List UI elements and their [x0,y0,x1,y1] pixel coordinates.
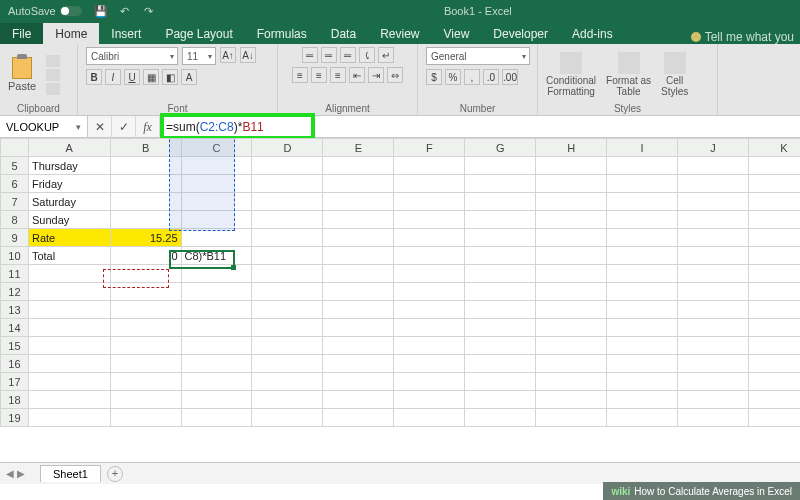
increase-decimal-icon[interactable]: .0 [483,69,499,85]
align-middle-icon[interactable]: ═ [321,47,337,63]
cell[interactable] [110,211,181,229]
cell[interactable] [677,301,748,319]
cell[interactable] [394,157,465,175]
align-bottom-icon[interactable]: ═ [340,47,356,63]
percent-icon[interactable]: % [445,69,461,85]
cell[interactable] [536,265,607,283]
sheet-nav-buttons[interactable]: ◀ ▶ [6,468,25,479]
cut-icon[interactable] [46,55,60,67]
row-header[interactable]: 9 [1,229,29,247]
select-all-corner[interactable] [1,139,29,157]
cell[interactable] [465,283,536,301]
cell[interactable] [181,157,252,175]
cell[interactable]: Rate [28,229,110,247]
cell[interactable] [607,373,678,391]
cell[interactable] [465,229,536,247]
cell[interactable] [748,301,800,319]
tell-me[interactable]: Tell me what you [691,30,800,44]
cell[interactable] [465,175,536,193]
cell[interactable] [110,283,181,301]
cell[interactable] [28,265,110,283]
cell[interactable] [181,391,252,409]
cell[interactable] [607,211,678,229]
cell[interactable] [536,229,607,247]
cell[interactable] [748,193,800,211]
col-header[interactable]: A [28,139,110,157]
increase-font-icon[interactable]: A↑ [220,47,236,63]
save-icon[interactable]: 💾 [94,5,108,18]
cell[interactable] [110,391,181,409]
cell[interactable] [394,409,465,427]
cell[interactable] [323,229,394,247]
cell[interactable] [536,193,607,211]
row-header[interactable]: 11 [1,265,29,283]
cell[interactable] [748,229,800,247]
cell[interactable] [465,157,536,175]
cell[interactable] [181,193,252,211]
cell[interactable] [181,319,252,337]
bold-button[interactable]: B [86,69,102,85]
cell[interactable] [536,175,607,193]
cell[interactable] [181,355,252,373]
cell[interactable] [110,319,181,337]
cell[interactable] [323,319,394,337]
cell[interactable] [465,391,536,409]
cell[interactable] [252,337,323,355]
fill-color-button[interactable]: ◧ [162,69,178,85]
currency-icon[interactable]: $ [426,69,442,85]
cell[interactable]: Friday [28,175,110,193]
cell[interactable] [677,193,748,211]
underline-button[interactable]: U [124,69,140,85]
cell[interactable] [181,283,252,301]
tab-insert[interactable]: Insert [99,23,153,44]
cell[interactable]: 15.25 [110,229,181,247]
cell[interactable] [607,193,678,211]
cell[interactable] [252,247,323,265]
fx-icon[interactable]: fx [136,116,160,138]
font-size-select[interactable]: 11 [182,47,216,65]
number-format-select[interactable]: General [426,47,530,65]
cell[interactable] [394,211,465,229]
cell[interactable] [394,373,465,391]
cell[interactable] [536,409,607,427]
format-painter-icon[interactable] [46,83,60,95]
col-header[interactable]: K [748,139,800,157]
align-center-icon[interactable]: ≡ [311,67,327,83]
tab-view[interactable]: View [432,23,482,44]
chevron-down-icon[interactable]: ▾ [76,122,81,132]
cell[interactable]: C8)*B11 [181,247,252,265]
cell[interactable]: Total [28,247,110,265]
cell[interactable] [607,265,678,283]
cell[interactable] [607,247,678,265]
row-header[interactable]: 5 [1,157,29,175]
copy-icon[interactable] [46,69,60,81]
cell[interactable] [394,319,465,337]
cell[interactable] [181,301,252,319]
align-top-icon[interactable]: ═ [302,47,318,63]
row-header[interactable]: 19 [1,409,29,427]
comma-icon[interactable]: , [464,69,480,85]
cell[interactable] [465,211,536,229]
cell[interactable] [536,247,607,265]
format-as-table-button[interactable]: Format as Table [606,52,651,97]
sheet-tab[interactable]: Sheet1 [40,465,101,482]
italic-button[interactable]: I [105,69,121,85]
cell[interactable] [323,373,394,391]
border-button[interactable]: ▦ [143,69,159,85]
cell[interactable] [323,409,394,427]
cell[interactable] [28,301,110,319]
cell[interactable] [748,337,800,355]
cell[interactable] [110,373,181,391]
cell[interactable] [252,175,323,193]
cell[interactable] [465,247,536,265]
cell[interactable] [607,319,678,337]
cell[interactable] [677,337,748,355]
cell[interactable] [677,265,748,283]
decrease-font-icon[interactable]: A↓ [240,47,256,63]
tab-home[interactable]: Home [43,23,99,44]
cell[interactable] [748,247,800,265]
cell[interactable] [110,175,181,193]
cell[interactable] [394,355,465,373]
col-header[interactable]: J [677,139,748,157]
cell[interactable] [677,373,748,391]
